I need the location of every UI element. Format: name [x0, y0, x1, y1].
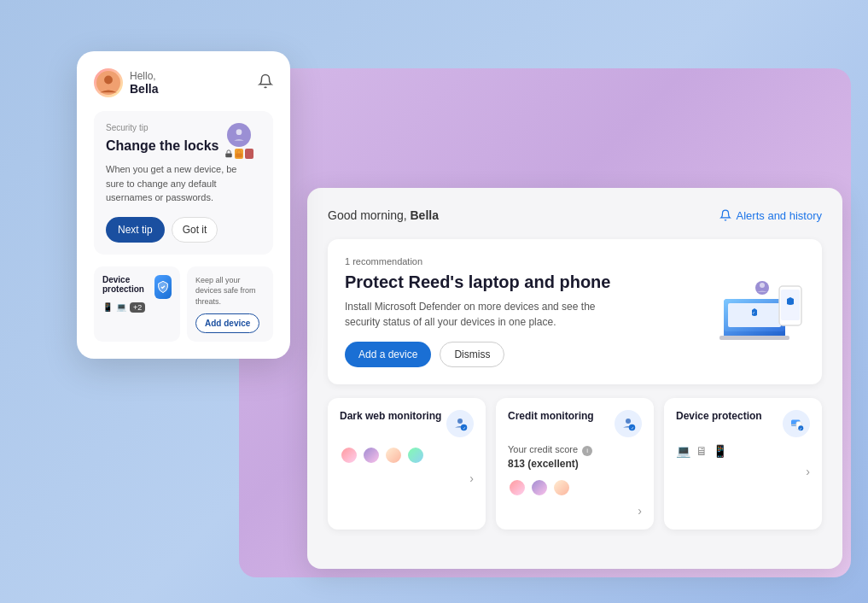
- mobile-username: Bella: [130, 82, 158, 96]
- svg-text:✓: ✓: [752, 310, 755, 315]
- device-protection-icon: ✓: [783, 410, 810, 437]
- device-shield-svg: ✓: [789, 416, 804, 431]
- svg-rect-2: [719, 336, 789, 340]
- rec-title: Protect Reed's laptop and phone: [345, 272, 719, 292]
- lock-icon-1: [224, 149, 233, 159]
- svg-point-21: [104, 76, 113, 85]
- dark-web-header: Dark web monitoring ✓: [340, 410, 474, 437]
- credit-footer: ›: [508, 504, 642, 518]
- credit-avatars: [508, 478, 642, 497]
- dark-web-icon: ✓: [446, 410, 474, 437]
- mini-laptop-icon: 💻: [116, 302, 126, 312]
- plus-badge: +2: [130, 302, 145, 313]
- alerts-label: Alerts and history: [737, 209, 822, 222]
- info-icon[interactable]: i: [582, 446, 592, 456]
- lock-icon-3: [245, 149, 253, 159]
- avatar-4: [406, 446, 425, 465]
- credit-avatar-3: [552, 478, 571, 497]
- got-it-button[interactable]: Got it: [172, 217, 218, 243]
- rec-description: Install Microsoft Defender on more devic…: [345, 299, 601, 330]
- dashboard-username: Bella: [411, 208, 439, 222]
- mini-card-desc: Keep all your devices safe from threats.: [195, 275, 265, 307]
- lock-1: [224, 149, 233, 159]
- svg-text:✓: ✓: [463, 425, 466, 430]
- credit-avatar-2: [530, 478, 549, 497]
- add-device-mini-button[interactable]: Add device: [195, 313, 259, 333]
- dark-web-avatars: [340, 446, 474, 465]
- mobile-user: Hello, Bella: [94, 68, 158, 97]
- svg-point-12: [626, 419, 631, 424]
- mobile-header: Hello, Bella: [94, 68, 273, 97]
- credit-icon: ✓: [615, 410, 642, 437]
- svg-rect-23: [225, 154, 232, 158]
- device-protection-title: Device protection: [676, 410, 762, 424]
- mini-cards-row: Device protection 📱 💻 +2 Keep all your d…: [94, 266, 273, 342]
- add-device-mini-card: Keep all your devices safe from threats.…: [187, 266, 273, 342]
- tip-icon-area: [213, 120, 265, 162]
- dismiss-button[interactable]: Dismiss: [440, 342, 504, 367]
- laptop-icon: 💻: [676, 444, 690, 458]
- lock-icon-2: [235, 149, 243, 159]
- svg-rect-24: [236, 154, 242, 158]
- device-svg: ✓: [719, 278, 805, 346]
- rec-illustration: ✓: [719, 278, 805, 346]
- svg-point-8: [760, 283, 765, 288]
- shield-check-icon: [156, 280, 170, 294]
- credit-score-label: Your credit score i: [508, 444, 642, 456]
- mini-card-title: Device protection: [102, 275, 154, 294]
- dark-web-card: Dark web monitoring ✓ ›: [328, 398, 486, 530]
- tip-title: Change the locks: [106, 138, 225, 154]
- mobile-card: Hello, Bella Security tip: [77, 51, 290, 359]
- device-icons: 💻 🖥 📱: [676, 444, 810, 458]
- dashboard-header: Good morning, Bella Alerts and history: [328, 208, 822, 222]
- credit-header: Credit monitoring ✓: [508, 410, 642, 437]
- hello-text: Hello,: [130, 70, 158, 82]
- mini-phone-icon: 📱: [102, 302, 113, 312]
- tip-buttons: Next tip Got it: [106, 217, 261, 243]
- lock-3: [245, 149, 253, 159]
- alerts-link[interactable]: Alerts and history: [719, 209, 822, 222]
- svg-text:✓: ✓: [799, 427, 802, 431]
- rec-label: 1 recommendation: [345, 256, 719, 266]
- device-protection-mini-card: Device protection 📱 💻 +2: [94, 266, 180, 342]
- dashboard-greeting: Good morning, Bella: [328, 208, 439, 222]
- user-avatar: [94, 68, 123, 97]
- device-chevron[interactable]: ›: [806, 465, 810, 478]
- person-svg: [230, 126, 248, 143]
- bell-icon: [719, 209, 731, 221]
- recommendation-card: 1 recommendation Protect Reed's laptop a…: [328, 239, 822, 384]
- rec-content: 1 recommendation Protect Reed's laptop a…: [345, 256, 719, 367]
- dark-web-title: Dark web monitoring: [340, 410, 441, 424]
- svg-point-9: [457, 419, 463, 424]
- notification-bell[interactable]: [258, 73, 273, 93]
- device-protection-card: Device protection ✓ 💻 🖥 📱 ›: [664, 398, 822, 530]
- rec-actions: Add a device Dismiss: [345, 342, 719, 367]
- desktop-icon: 🖥: [696, 444, 708, 458]
- device-protection-header: Device protection ✓: [676, 410, 810, 437]
- person-icon: [227, 123, 251, 147]
- add-device-button[interactable]: Add a device: [345, 342, 431, 367]
- lock-2: [235, 149, 243, 159]
- avatar-1: [340, 446, 358, 465]
- bottom-cards-row: Dark web monitoring ✓ ›: [328, 398, 822, 530]
- credit-shield-icon: ✓: [620, 416, 636, 431]
- mobile-greeting: Hello, Bella: [130, 70, 158, 96]
- credit-score-value: 813 (excellent): [508, 458, 642, 470]
- phone-icon: 📱: [713, 444, 727, 458]
- bell-svg: [258, 73, 273, 89]
- shield-person-icon: ✓: [452, 416, 468, 431]
- dashboard-card: Good morning, Bella Alerts and history 1…: [307, 188, 842, 569]
- credit-title: Credit monitoring: [508, 410, 594, 424]
- credit-monitoring-card: Credit monitoring ✓ Your credit score i …: [496, 398, 654, 530]
- avatar-svg: [96, 71, 120, 95]
- next-tip-button[interactable]: Next tip: [106, 217, 165, 243]
- svg-text:✓: ✓: [631, 425, 634, 430]
- dark-web-chevron[interactable]: ›: [469, 471, 474, 485]
- credit-chevron[interactable]: ›: [638, 504, 642, 518]
- device-protection-footer: ›: [676, 465, 810, 478]
- mini-shield-icon: [154, 275, 172, 299]
- credit-avatar-1: [508, 478, 527, 497]
- avatar-3: [384, 446, 403, 465]
- dark-web-footer: ›: [340, 471, 474, 485]
- greeting-text: Good morning,: [328, 208, 407, 222]
